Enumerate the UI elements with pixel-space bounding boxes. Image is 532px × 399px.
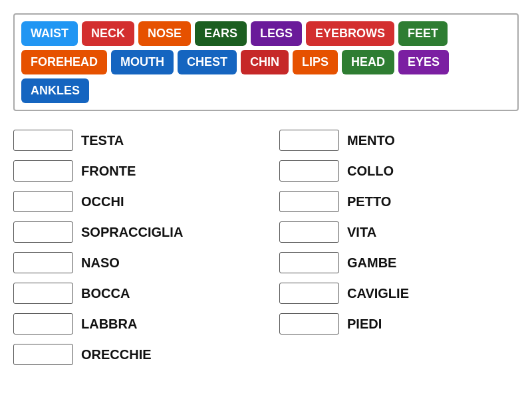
match-row: NASO <box>13 252 253 273</box>
answer-box[interactable] <box>13 221 73 243</box>
match-row: CAVIGLIE <box>279 283 519 304</box>
answer-box[interactable] <box>13 313 73 334</box>
match-label: LABBRA <box>81 317 137 332</box>
match-row: VITA <box>279 221 519 243</box>
match-row: OCCHI <box>13 191 253 212</box>
answer-box[interactable] <box>13 130 73 151</box>
word-tile-ankles[interactable]: ANKLES <box>21 78 89 103</box>
match-row: LABBRA <box>13 313 253 334</box>
match-label: GAMBE <box>347 255 396 271</box>
answer-box[interactable] <box>279 191 339 212</box>
word-tile-lips[interactable]: LIPS <box>293 50 338 74</box>
answer-box[interactable] <box>279 313 339 334</box>
answer-box[interactable] <box>279 283 339 304</box>
word-tile-ears[interactable]: EARS <box>195 21 247 46</box>
match-col-left: TESTAFRONTEOCCHISOPRACCIGLIANASOBOCCALAB… <box>13 130 253 365</box>
word-tile-legs[interactable]: LEGS <box>251 21 302 46</box>
match-label: NASO <box>81 255 120 271</box>
word-tile-neck[interactable]: NECK <box>82 21 134 46</box>
answer-box[interactable] <box>279 130 339 151</box>
match-label: FRONTE <box>81 164 136 179</box>
match-row: GAMBE <box>279 252 519 273</box>
answer-box[interactable] <box>279 252 339 273</box>
match-area: TESTAFRONTEOCCHISOPRACCIGLIANASOBOCCALAB… <box>13 130 519 365</box>
word-tile-head[interactable]: HEAD <box>342 50 394 74</box>
match-col-right: MENTOCOLLOPETTOVITAGAMBECAVIGLIEPIEDI <box>279 130 519 365</box>
word-tile-eyes[interactable]: EYES <box>398 50 449 74</box>
match-row: MENTO <box>279 130 519 151</box>
match-label: TESTA <box>81 133 124 148</box>
answer-box[interactable] <box>13 344 73 365</box>
answer-box[interactable] <box>13 160 73 182</box>
answer-box[interactable] <box>13 191 73 212</box>
answer-box[interactable] <box>13 252 73 273</box>
match-label: PIEDI <box>347 317 382 332</box>
answer-box[interactable] <box>279 160 339 182</box>
match-row: TESTA <box>13 130 253 151</box>
match-label: COLLO <box>347 164 394 179</box>
word-tile-waist[interactable]: WAIST <box>21 21 78 46</box>
word-bank: WAISTNECKNOSEEARSLEGSEYEBROWSFEETFOREHEA… <box>13 13 519 111</box>
match-label: SOPRACCIGLIA <box>81 225 183 240</box>
word-tile-mouth[interactable]: MOUTH <box>111 50 174 74</box>
word-tile-chin[interactable]: CHIN <box>241 50 289 74</box>
answer-box[interactable] <box>279 221 339 243</box>
match-label: MENTO <box>347 133 395 148</box>
match-label: VITA <box>347 225 376 240</box>
match-row: ORECCHIE <box>13 344 253 365</box>
word-tile-eyebrows[interactable]: EYEBROWS <box>306 21 394 46</box>
match-row: COLLO <box>279 160 519 182</box>
match-label: OCCHI <box>81 194 124 209</box>
word-tile-feet[interactable]: FEET <box>398 21 448 46</box>
word-tile-nose[interactable]: NOSE <box>138 21 191 46</box>
match-label: PETTO <box>347 194 391 209</box>
match-label: BOCCA <box>81 286 130 301</box>
match-row: FRONTE <box>13 160 253 182</box>
word-tile-chest[interactable]: CHEST <box>178 50 237 74</box>
word-tile-forehead[interactable]: FOREHEAD <box>21 50 107 74</box>
answer-box[interactable] <box>13 283 73 304</box>
match-row: PIEDI <box>279 313 519 334</box>
match-label: ORECCHIE <box>81 347 152 362</box>
match-label: CAVIGLIE <box>347 286 409 301</box>
page: WAISTNECKNOSEEARSLEGSEYEBROWSFEETFOREHEA… <box>13 13 519 365</box>
match-row: PETTO <box>279 191 519 212</box>
match-row: SOPRACCIGLIA <box>13 221 253 243</box>
match-row: BOCCA <box>13 283 253 304</box>
